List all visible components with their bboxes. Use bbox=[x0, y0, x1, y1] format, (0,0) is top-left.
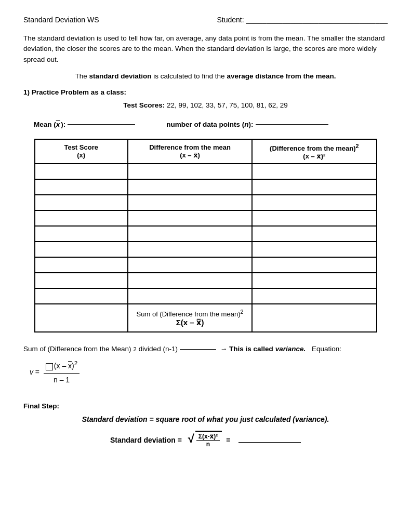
frac-numerator: (x – x)2 bbox=[44, 358, 79, 374]
table-header-row: Test Score (x) Difference from the mean … bbox=[35, 139, 377, 164]
scores-label: Test Scores: bbox=[123, 101, 165, 109]
final-italic-line: Standard deviation = square root of what… bbox=[23, 415, 388, 423]
table-row bbox=[35, 179, 377, 195]
table-row bbox=[35, 195, 377, 210]
col1-header: Test Score (x) bbox=[35, 139, 128, 164]
sum-label: Sum of (Difference from the mean)2 bbox=[130, 309, 249, 318]
sqrt-inner: Σ(x-x̅)² n bbox=[195, 431, 222, 448]
variance-sup: 2 bbox=[134, 344, 137, 354]
test-scores-line: Test Scores: 22, 99, 102, 33, 57, 75, 10… bbox=[23, 101, 388, 109]
variance-blank bbox=[180, 349, 216, 350]
variance-fraction: (x – x)2 n – 1 bbox=[44, 358, 79, 387]
frac-denominator: n – 1 bbox=[51, 374, 72, 387]
bold-avg-dist: average distance from the mean. bbox=[227, 72, 336, 80]
variance-equation: v = (x – x)2 n – 1 bbox=[28, 358, 79, 387]
sum-sigma-formula: Σ(x – x̅) bbox=[130, 318, 249, 327]
student-field: Student: _______________________________… bbox=[217, 16, 388, 24]
table-row bbox=[35, 273, 377, 288]
table-row bbox=[35, 288, 377, 304]
variance-section: Sum of (Difference from the Mean)2 divid… bbox=[23, 343, 388, 386]
mean-row: Mean (x): number of data points (n): bbox=[34, 121, 388, 128]
scores-values: 22, 99, 102, 33, 57, 75, 100, 81, 62, 29 bbox=[167, 101, 288, 109]
sd-bold-pre: Standard deviation bbox=[82, 415, 148, 423]
table-row bbox=[35, 242, 377, 257]
sum-row: Sum of (Difference from the mean)2 Σ(x –… bbox=[35, 304, 377, 332]
variance-text-pre: Sum of (Difference from the Mean) bbox=[23, 343, 131, 355]
mean-blank bbox=[68, 124, 135, 125]
sqrt-symbol: √ bbox=[188, 433, 194, 445]
sum-empty-col1 bbox=[35, 304, 128, 332]
table-row bbox=[35, 226, 377, 242]
sd-formula-line: Standard deviation = √ Σ(x-x̅)² n = bbox=[23, 431, 388, 448]
equation-label: Equation: bbox=[312, 343, 341, 355]
npoints-blank bbox=[256, 124, 328, 125]
variance-arrow: → This is called bbox=[218, 343, 273, 355]
variance-line: Sum of (Difference from the Mean)2 divid… bbox=[23, 343, 388, 386]
center-pre: The bbox=[75, 72, 89, 80]
bold-std-dev: standard deviation bbox=[89, 72, 152, 80]
sum-empty-col3 bbox=[252, 304, 376, 332]
col3-header: (Difference from the mean)2 (x – x̅)² bbox=[252, 139, 376, 164]
data-table: Test Score (x) Difference from the mean … bbox=[34, 139, 377, 333]
checkbox-square bbox=[46, 363, 53, 370]
sqrt-denominator: n bbox=[204, 441, 212, 448]
center-description: The standard deviation is calculated to … bbox=[23, 72, 388, 80]
table-row bbox=[35, 164, 377, 179]
intro-paragraph: The standard deviation is used to tell h… bbox=[23, 33, 388, 65]
page-header: Standard Deviation WS Student: _________… bbox=[23, 16, 388, 24]
variance-word: variance. bbox=[275, 345, 306, 353]
table-row bbox=[35, 210, 377, 226]
answer-blank bbox=[238, 442, 301, 443]
center-mid: is calculated to find the bbox=[152, 72, 227, 80]
final-step-header: Final Step: bbox=[23, 402, 388, 410]
problem-header: 1) Practice Problem as a class: bbox=[23, 88, 388, 96]
col2-header: Difference from the mean (x – x̅) bbox=[128, 139, 252, 164]
worksheet-title: Standard Deviation WS bbox=[23, 16, 99, 24]
sqrt-numerator: Σ(x-x̅)² bbox=[196, 433, 220, 441]
mean-label: Mean (x): bbox=[34, 121, 65, 128]
sd-italic-post: = square root of what you just calculate… bbox=[148, 415, 329, 423]
table-row bbox=[35, 257, 377, 273]
col3-sup: 2 bbox=[356, 143, 359, 149]
sqrt-container: √ Σ(x-x̅)² n bbox=[188, 431, 222, 448]
equals-sign: = bbox=[226, 436, 230, 444]
sum-formula-col2: Sum of (Difference from the mean)2 Σ(x –… bbox=[128, 304, 252, 332]
sum-sup: 2 bbox=[240, 309, 243, 315]
variance-text-mid: divided (n-1) bbox=[139, 343, 178, 355]
npoints-label: number of data points (n): bbox=[166, 121, 253, 128]
sd-label: Standard deviation = bbox=[110, 436, 182, 444]
